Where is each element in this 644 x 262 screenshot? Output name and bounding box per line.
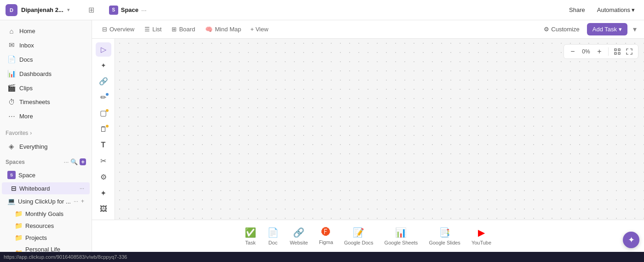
tool-sticky[interactable]: 🗒 (96, 122, 111, 136)
sidebar-item-using-clickup[interactable]: 💻 Using ClickUp for ... ··· + (2, 195, 90, 207)
integration-tool-icon: ⚙ (100, 173, 107, 181)
sidebar-item-docs[interactable]: 📄 Docs (2, 52, 90, 66)
workspace-chevron-icon[interactable]: ▾ (67, 7, 70, 13)
whiteboard-canvas[interactable]: − 0% + (115, 39, 644, 220)
tool-pen[interactable]: ✏ (96, 90, 111, 105)
sidebar-item-whiteboard[interactable]: ⊟ Whiteboard ··· (2, 182, 90, 194)
space-item-label: Space (18, 172, 73, 179)
tool-rectangle[interactable]: ▢ (96, 106, 111, 121)
folder-item-resources[interactable]: 📁 Resources (2, 220, 90, 231)
customize-button[interactable]: ⚙ Customize (540, 24, 583, 35)
top-bar-left: D Dipanjenah 2... ▾ ⊞ S Space ··· (6, 4, 147, 16)
zoom-expand-button[interactable] (624, 47, 634, 57)
space-ellipsis-button[interactable]: ··· (141, 6, 147, 14)
zoom-out-button[interactable]: − (568, 47, 578, 57)
svg-rect-1 (618, 49, 620, 51)
tool-integration[interactable]: ⚙ (96, 170, 111, 184)
sticky-tool-dot (106, 125, 109, 128)
spaces-actions: ··· 🔍 + (64, 158, 86, 165)
bottom-tool-youtube[interactable]: ▶ YouTube (472, 227, 491, 245)
sidebar-item-inbox[interactable]: ✉ Inbox (2, 38, 90, 52)
fab-button[interactable]: ✦ (623, 232, 639, 248)
whiteboard-area: ▷ ✦ 🔗 ✏ ▢ 🗒 (92, 39, 644, 220)
bottom-tool-google-slides[interactable]: 📑 Google Slides (429, 227, 460, 245)
tab-overview[interactable]: ⊟ Overview (98, 23, 139, 35)
text-tool-icon: T (101, 141, 106, 149)
using-clickup-ellipsis-icon[interactable]: ··· (74, 198, 78, 204)
sidebar-item-dashboards[interactable]: 📊 Dashboards (2, 67, 90, 81)
folder-item-personal-life[interactable]: 📁 Personal Life Management (2, 244, 90, 252)
mindmap-tab-icon: 🧠 (205, 26, 213, 33)
sidebar-item-clips[interactable]: 🎬 Clips (2, 81, 90, 95)
spaces-add-icon[interactable]: + (80, 158, 86, 165)
sidebar: ⌂ Home ✉ Inbox 📄 Docs 📊 Dashboards 🎬 Cli… (0, 20, 92, 252)
bottom-tool-doc[interactable]: 📄 Doc (267, 227, 279, 245)
board-tab-icon: ⊞ (172, 26, 177, 33)
zoom-divider (608, 47, 609, 56)
tab-bar-left: ⊟ Overview ☰ List ⊞ Board 🧠 Mind Map + V… (98, 23, 272, 35)
favorites-label: Favorites (6, 130, 28, 136)
youtube-tool-icon: ▶ (478, 227, 485, 238)
space-item-add-icon[interactable]: + (81, 172, 84, 178)
resources-folder-icon: 📁 (15, 222, 23, 229)
everything-label: Everything (19, 143, 47, 150)
workspace-avatar[interactable]: D (6, 4, 17, 16)
space-item[interactable]: S Space ··· + (2, 169, 90, 181)
spaces-header: Spaces ··· 🔍 + (0, 156, 92, 168)
space-breadcrumb-label[interactable]: Space (121, 6, 138, 13)
zoom-in-button[interactable]: + (594, 47, 604, 57)
folder-item-projects[interactable]: 📁 Projects (2, 232, 90, 243)
task-tool-icon: ✅ (245, 227, 256, 238)
space-avatar: S (109, 6, 118, 15)
sidebar-item-more[interactable]: ⋯ More (2, 109, 90, 123)
automations-button[interactable]: Automations ▾ (593, 5, 638, 15)
tool-shapes[interactable]: ✦ (96, 58, 111, 73)
rectangle-tool-dot (106, 109, 109, 112)
tab-list[interactable]: ☰ List (140, 23, 166, 35)
add-view-button[interactable]: + View (247, 23, 272, 35)
overview-tab-label: Overview (109, 26, 134, 33)
spaces-search-icon[interactable]: 🔍 (70, 158, 78, 165)
tool-select[interactable]: ▷ (96, 42, 111, 57)
zoom-value-display: 0% (580, 48, 592, 55)
sidebar-item-everything[interactable]: ◈ Everything (2, 140, 90, 153)
tool-scissors[interactable]: ✂ (96, 154, 111, 168)
bottom-tool-figma[interactable]: 🅕 Figma (319, 227, 333, 245)
bottom-tool-google-sheets[interactable]: 📊 Google Sheets (385, 227, 418, 245)
tool-link[interactable]: 🔗 (96, 74, 111, 88)
favorites-section[interactable]: Favorites › (0, 127, 92, 139)
bottom-tool-website[interactable]: 🔗 Website (290, 227, 308, 245)
add-task-button[interactable]: Add Task ▾ (587, 23, 627, 35)
google-slides-tool-icon: 📑 (439, 227, 450, 238)
space-item-ellipsis-icon[interactable]: ··· (75, 172, 80, 178)
zoom-fit-button[interactable] (612, 47, 622, 57)
expand-panel-icon[interactable]: ▾ (631, 23, 638, 35)
dashboards-label: Dashboards (19, 70, 52, 77)
tool-image[interactable]: 🖼 (96, 202, 111, 216)
website-tool-label: Website (290, 240, 308, 245)
sidebar-item-timesheets[interactable]: ⏱ Timesheets (2, 95, 90, 109)
bottom-tool-google-docs[interactable]: 📝 Google Docs (344, 227, 374, 245)
tab-board[interactable]: ⊞ Board (167, 23, 200, 35)
home-label: Home (19, 28, 35, 35)
folder-item-monthly-goals[interactable]: 📁 Monthly Goals (2, 208, 90, 219)
share-button[interactable]: Share (565, 5, 589, 15)
tab-mindmap[interactable]: 🧠 Mind Map (201, 23, 246, 35)
breadcrumb: S Space ··· (109, 6, 147, 15)
svg-rect-2 (615, 52, 616, 54)
sidebar-item-home[interactable]: ⌂ Home (2, 24, 90, 38)
scissors-tool-icon: ✂ (100, 157, 106, 165)
monthly-goals-folder-icon: 📁 (15, 210, 23, 217)
bottom-tool-task[interactable]: ✅ Task (245, 227, 256, 245)
spaces-label: Spaces (6, 159, 25, 165)
workspace-name[interactable]: Dipanjenah 2... (21, 6, 63, 13)
spaces-more-icon[interactable]: ··· (64, 158, 69, 165)
monthly-goals-label: Monthly Goals (25, 210, 63, 217)
tool-text[interactable]: T (96, 138, 111, 152)
tool-star[interactable]: ✦ (96, 186, 111, 200)
status-bar: https://app.clickup.com/9016408583/v/wb/… (0, 252, 644, 262)
layout-toggle-icon[interactable]: ⊞ (88, 6, 94, 14)
using-clickup-add-icon[interactable]: + (81, 198, 84, 204)
clips-label: Clips (19, 85, 33, 92)
whiteboard-ellipsis-icon[interactable]: ··· (80, 185, 84, 192)
